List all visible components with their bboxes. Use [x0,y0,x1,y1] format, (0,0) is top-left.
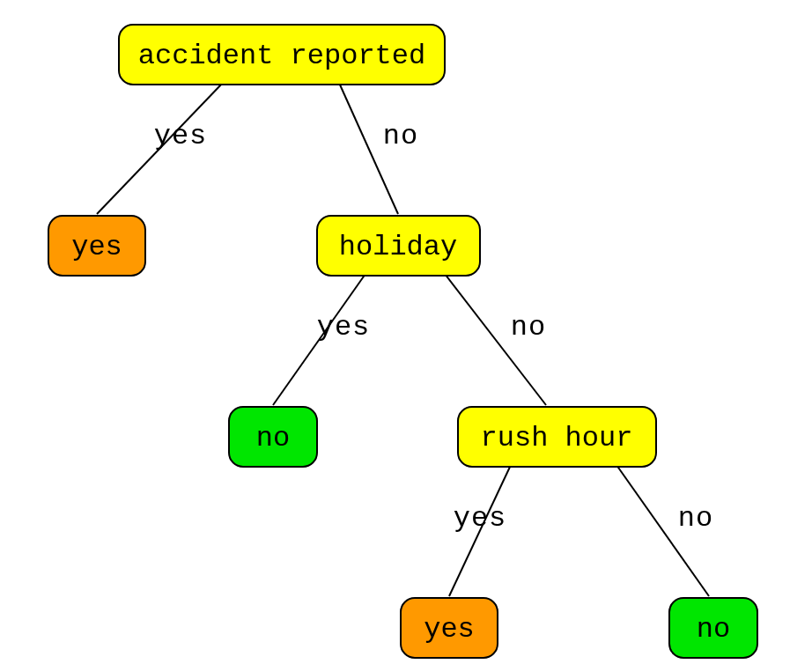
node-leaf-yes-1: yes [48,216,145,276]
edge-label-root-no: no [383,120,418,152]
edge-label-rush-yes: yes [454,502,507,535]
node-label-leaf-no-1: no [256,422,290,454]
node-label-leaf-yes-1: yes [71,231,122,263]
node-accident-reported: accident reported [119,25,445,85]
decision-tree-diagram: yes no yes no yes no accident reported y… [0,0,812,664]
node-label-leaf-no-2: no [697,613,730,646]
node-holiday: holiday [317,216,480,276]
node-label-accident-reported: accident reported [138,40,425,72]
node-leaf-no-1: no [229,407,317,467]
node-leaf-no-2: no [669,598,757,658]
node-label-rush-hour: rush hour [481,422,633,454]
edge-label-holiday-yes: yes [317,311,371,343]
node-label-holiday: holiday [339,231,457,263]
node-leaf-yes-2: yes [401,598,498,658]
node-rush-hour: rush hour [458,407,656,467]
edge-label-rush-no: no [678,502,713,535]
edge-label-root-yes: yes [154,120,208,152]
node-label-leaf-yes-2: yes [424,613,475,646]
edge-label-holiday-no: no [511,311,546,343]
